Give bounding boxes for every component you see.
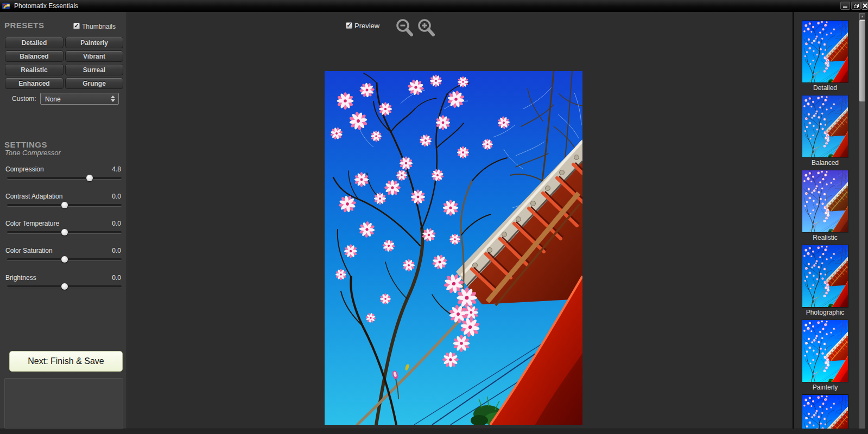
thumb-image — [802, 95, 848, 157]
slider-track[interactable] — [7, 258, 122, 260]
slider-track[interactable] — [7, 204, 122, 206]
spinner-arrows-icon[interactable] — [109, 95, 117, 103]
slider-value: 0.0 — [112, 220, 121, 227]
preset-button-realistic[interactable]: Realistic — [5, 64, 64, 75]
preset-thumb-painterly[interactable]: Painterly — [802, 320, 848, 382]
slider-value: 0.0 — [112, 274, 121, 282]
settings-heading: SETTINGS — [4, 140, 47, 149]
zoom-out-button[interactable] — [396, 18, 415, 39]
preset-button-detailed[interactable]: Detailed — [5, 37, 64, 48]
preset-button-balanced[interactable]: Balanced — [5, 50, 64, 62]
zoom-in-button[interactable] — [417, 18, 437, 39]
slider-label: Color Temperature — [5, 220, 59, 227]
slider-thumb[interactable] — [61, 283, 68, 290]
preset-thumbnail-strip: Detailed Balanced Realistic Photographic… — [794, 12, 868, 434]
titlebar: Photomatix Essentials — [0, 0, 868, 12]
preset-button-painterly[interactable]: Painterly — [65, 37, 123, 48]
custom-preset-dropdown[interactable]: None — [40, 93, 119, 105]
slider-color-saturation: Color Saturation0.0 — [5, 247, 123, 269]
slider-color-temperature: Color Temperature0.0 — [5, 220, 123, 241]
check-icon: ✓ — [346, 22, 351, 28]
slider-label: Compression — [5, 165, 44, 173]
thumbnails-checkbox-label: Thumbnails — [82, 23, 116, 30]
method-label: Tone Compressor — [5, 149, 61, 157]
slider-thumb[interactable] — [86, 175, 93, 181]
preset-thumb-detailed[interactable]: Detailed — [802, 21, 848, 82]
empty-info-box — [4, 378, 123, 429]
magnifier-plus-icon — [417, 18, 437, 39]
window-bottom-edge — [0, 429, 868, 434]
window-title: Photomatix Essentials — [14, 2, 78, 10]
thumb-image — [802, 245, 848, 307]
scroll-up-button[interactable]: ▲ — [859, 13, 865, 20]
thumb-label: Painterly — [794, 384, 857, 391]
slider-track[interactable] — [7, 231, 122, 233]
preset-thumb-realistic[interactable]: Realistic — [802, 170, 848, 232]
slider-compression: Compression4.8 — [5, 165, 123, 187]
close-icon — [863, 3, 867, 8]
check-icon: ✓ — [74, 23, 79, 29]
preset-thumb-balanced[interactable]: Balanced — [802, 95, 848, 157]
preview-checkbox[interactable]: ✓ — [346, 22, 352, 29]
slider-value: 0.0 — [112, 193, 121, 200]
thumb-image — [802, 320, 848, 382]
preview-checkbox-label: Preview — [354, 22, 379, 30]
thumb-label: Balanced — [794, 159, 857, 167]
preset-button-vibrant[interactable]: Vibrant — [65, 50, 123, 62]
slider-label: Color Saturation — [5, 247, 53, 254]
preview-image[interactable] — [325, 71, 582, 425]
preview-area: ✓ Preview — [128, 12, 793, 434]
slider-brightness: Brightness0.0 — [5, 274, 123, 296]
close-button[interactable] — [861, 2, 868, 10]
photomatix-window: Photomatix Essentials PRESETS ✓ Thumbnai… — [0, 0, 868, 434]
thumbnail-scrollbar[interactable]: ▲ — [859, 13, 865, 434]
slider-thumb[interactable] — [61, 202, 68, 208]
slider-thumb[interactable] — [61, 256, 68, 263]
minimize-icon — [842, 3, 848, 8]
slider-label: Contrast Adaptation — [5, 193, 62, 200]
presets-heading: PRESETS — [4, 21, 45, 30]
restore-button[interactable] — [851, 2, 861, 10]
thumb-label: Photographic — [794, 309, 857, 316]
restore-icon — [853, 3, 859, 9]
window-right-edge — [865, 12, 868, 434]
thumb-image — [802, 170, 848, 232]
slider-track[interactable] — [7, 177, 122, 179]
magnifier-minus-icon — [396, 18, 415, 39]
preset-thumb-photographic[interactable]: Photographic — [802, 245, 848, 307]
next-finish-save-button[interactable]: Next: Finish & Save — [9, 351, 123, 372]
slider-track[interactable] — [7, 285, 122, 288]
slider-thumb[interactable] — [61, 229, 68, 235]
preset-button-grunge[interactable]: Grunge — [65, 78, 123, 89]
slider-value: 4.8 — [112, 165, 121, 173]
presets-settings-sidebar: PRESETS ✓ Thumbnails Detailed Painterly … — [0, 12, 127, 434]
scrollbar-thumb[interactable] — [859, 20, 865, 101]
minimize-button[interactable] — [840, 2, 850, 10]
thumb-label: Detailed — [794, 84, 857, 92]
preset-button-enhanced[interactable]: Enhanced — [5, 78, 64, 89]
preset-button-surreal[interactable]: Surreal — [65, 64, 123, 75]
custom-preset-label: Custom: — [12, 95, 36, 103]
slider-contrast-adaptation: Contrast Adaptation0.0 — [5, 193, 123, 214]
slider-label: Brightness — [5, 274, 36, 282]
custom-preset-value: None — [45, 95, 61, 103]
arrow-up-icon: ▲ — [861, 15, 864, 18]
preview-photo-svg — [325, 71, 582, 425]
app-logo-icon — [2, 2, 11, 10]
thumbnails-checkbox[interactable]: ✓ — [73, 23, 80, 29]
thumb-image — [802, 21, 848, 82]
slider-value: 0.0 — [112, 247, 121, 254]
thumb-label: Realistic — [794, 234, 857, 241]
